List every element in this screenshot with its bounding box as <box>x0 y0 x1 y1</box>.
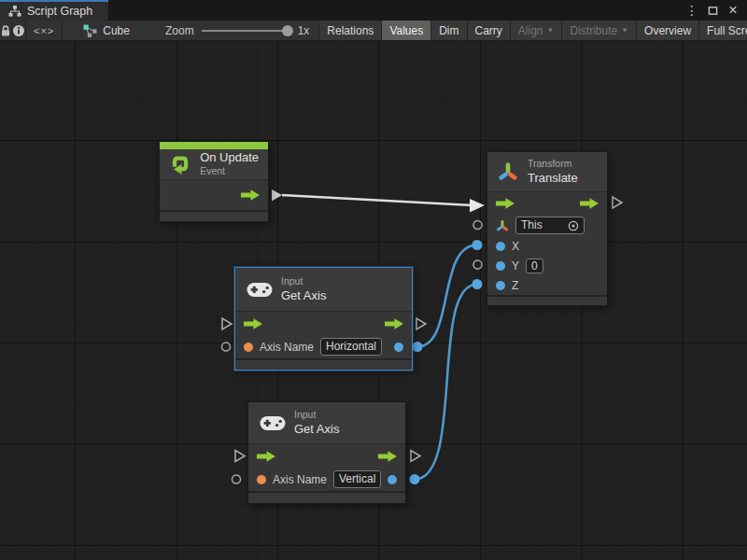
port-circle-y[interactable] <box>473 260 482 269</box>
wire-horizontal-to-x[interactable] <box>417 245 477 347</box>
node-title: Get Axis <box>294 422 339 437</box>
node-footer <box>235 358 412 370</box>
graph-breadcrumb[interactable]: Cube <box>63 21 139 40</box>
zoom-control: Zoom 1x <box>139 21 318 40</box>
port-circle-getaxis-v[interactable] <box>233 475 241 483</box>
control-wire-start-arrow[interactable] <box>272 189 282 202</box>
control-wire-end-arrow[interactable] <box>470 199 485 213</box>
zoom-slider[interactable] <box>202 30 290 32</box>
port-triangle-getaxis-v-in[interactable] <box>235 451 245 462</box>
value-port-axis-name[interactable] <box>257 475 266 484</box>
overview-button[interactable]: Overview <box>636 21 698 40</box>
value-port-result[interactable] <box>388 475 397 484</box>
port-circle-getaxis-h[interactable] <box>222 343 231 351</box>
node-header[interactable]: Transform Translate <box>487 152 607 192</box>
control-out-port[interactable] <box>580 198 599 209</box>
node-header[interactable]: On Update Event <box>160 149 268 180</box>
control-out-port[interactable] <box>241 189 260 201</box>
wire-endpoint-dot[interactable] <box>472 240 483 250</box>
port-label-z: Z <box>512 279 518 292</box>
window-tab-bar: Script Graph ⋮ × <box>0 0 747 21</box>
update-loop-icon <box>169 153 191 176</box>
control-out-port[interactable] <box>385 318 403 329</box>
gamepad-icon <box>260 415 286 431</box>
port-triangle-getaxis-v-out[interactable] <box>411 451 420 462</box>
axis-name-field[interactable]: Vertical <box>333 470 381 488</box>
node-header[interactable]: Input Get Axis <box>248 402 405 444</box>
port-circle-this[interactable] <box>473 221 482 230</box>
node-get-axis-horizontal[interactable]: Input Get Axis Axis Name Horizontal <box>234 267 413 371</box>
value-port-axis-name[interactable] <box>244 343 253 352</box>
transform-port-icon[interactable] <box>496 219 509 232</box>
maximize-icon <box>708 6 718 16</box>
control-in-port[interactable] <box>496 198 514 209</box>
y-value-field[interactable]: 0 <box>526 259 543 273</box>
wire-control[interactable] <box>282 195 472 205</box>
window-menu-button[interactable]: ⋮ <box>684 2 700 19</box>
port-triangle-getaxis-h-out[interactable] <box>416 318 426 329</box>
object-picker-icon[interactable] <box>568 220 579 231</box>
port-triangle-translate-out[interactable] <box>613 197 622 208</box>
control-out-port[interactable] <box>378 451 397 462</box>
info-button[interactable] <box>12 21 26 40</box>
node-on-update[interactable]: On Update Event <box>159 141 269 222</box>
node-get-axis-vertical[interactable]: Input Get Axis Axis Name Vertical <box>247 401 406 504</box>
code-view-button[interactable]: <×> <box>26 21 63 40</box>
values-button[interactable]: Values <box>381 21 430 40</box>
node-title: On Update <box>200 150 259 165</box>
wire-vertical-to-z[interactable] <box>415 285 477 480</box>
node-footer <box>487 295 607 305</box>
value-port-result[interactable] <box>394 343 403 352</box>
zoom-value: 1x <box>298 24 310 37</box>
axis-name-field[interactable]: Horizontal <box>320 338 382 356</box>
value-port-y[interactable] <box>496 261 505 271</box>
node-translate[interactable]: Transform Translate This X Y <box>486 151 608 306</box>
control-in-port[interactable] <box>257 451 275 462</box>
port-triangle-getaxis-h-in[interactable] <box>222 318 232 329</box>
wire-endpoint-dot[interactable] <box>410 474 420 484</box>
event-color-bar <box>160 142 268 149</box>
node-footer <box>160 210 268 221</box>
node-subtitle: Transform <box>528 158 578 171</box>
node-subtitle: Input <box>294 409 339 422</box>
value-port-z[interactable] <box>496 281 505 290</box>
full-screen-button[interactable]: Full Screen <box>698 21 747 40</box>
dropdown-caret-icon: ▼ <box>547 27 555 35</box>
dropdown-caret-icon: ▼ <box>621 27 628 35</box>
gamepad-icon <box>247 282 273 298</box>
node-subtitle: Event <box>200 165 259 178</box>
dim-button[interactable]: Dim <box>430 21 466 40</box>
zoom-label: Zoom <box>165 24 194 37</box>
carry-button[interactable]: Carry <box>467 21 510 40</box>
graph-canvas[interactable]: On Update Event Transform Translate <box>0 41 747 560</box>
toolbar-buttons: Relations Values Dim Carry Align▼ Distri… <box>318 21 747 40</box>
script-graph-icon <box>8 5 21 18</box>
node-header[interactable]: Input Get Axis <box>235 268 412 312</box>
distribute-dropdown[interactable]: Distribute▼ <box>561 21 636 40</box>
port-label-x: X <box>512 240 519 253</box>
wire-endpoint-dot[interactable] <box>413 342 423 352</box>
align-dropdown[interactable]: Align▼ <box>510 21 562 40</box>
close-icon: × <box>728 3 737 18</box>
graph-pointer-icon <box>83 24 97 37</box>
control-in-port[interactable] <box>244 318 262 329</box>
graph-name: Cube <box>103 24 130 37</box>
lock-button[interactable] <box>0 21 12 40</box>
value-port-x[interactable] <box>496 242 505 251</box>
target-object-field[interactable]: This <box>515 217 585 234</box>
wire-endpoint-dot[interactable] <box>472 279 483 289</box>
window-close-button[interactable]: × <box>725 2 741 19</box>
window-maximize-button[interactable] <box>704 2 721 19</box>
transform-icon <box>497 161 519 183</box>
tab-script-graph[interactable]: Script Graph <box>0 0 108 21</box>
node-subtitle: Input <box>281 275 326 288</box>
port-label-axis-name: Axis Name <box>260 341 314 354</box>
relations-button[interactable]: Relations <box>318 21 381 40</box>
zoom-slider-handle[interactable] <box>282 25 293 36</box>
info-icon <box>12 24 25 37</box>
node-footer <box>248 491 405 503</box>
tab-bar-spacer <box>108 0 684 21</box>
node-title: Translate <box>528 171 578 186</box>
port-label-axis-name: Axis Name <box>273 473 327 486</box>
port-label-y: Y <box>512 259 519 273</box>
